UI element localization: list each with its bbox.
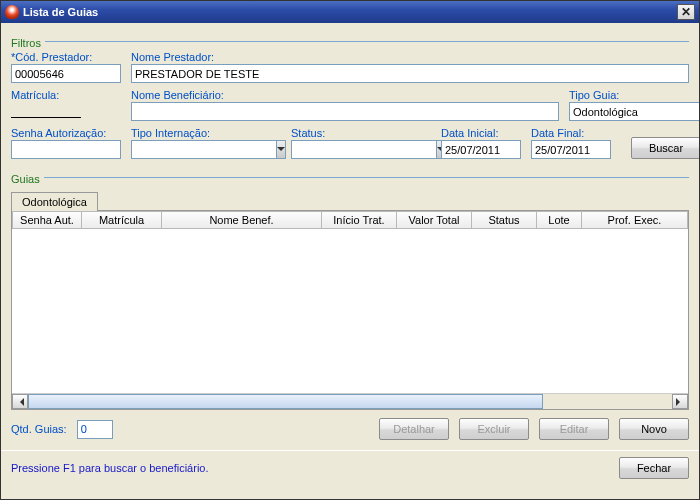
col-nome-benef[interactable]: Nome Benef. [162,211,322,229]
separator [1,450,699,451]
guias-legend: Guias [11,173,44,185]
status-hint: Pressione F1 para buscar o beneficiário. [11,462,209,474]
col-prof-exec[interactable]: Prof. Exec. [582,211,688,229]
scroll-right-icon[interactable] [672,394,688,409]
guias-grid: Senha Aut. Matrícula Nome Benef. Início … [11,210,689,410]
guias-group: Guias Odontológica Senha Aut. Matrícula … [11,167,689,440]
horizontal-scrollbar[interactable] [12,393,688,409]
title-bar: Lista de Guias ✕ [1,1,699,23]
nome-prestador-label: Nome Prestador: [131,51,689,63]
window-title: Lista de Guias [23,6,677,18]
buscar-button[interactable]: Buscar [631,137,700,159]
fechar-button[interactable]: Fechar [619,457,689,479]
col-matricula[interactable]: Matrícula [82,211,162,229]
tipo-guia-select[interactable] [569,102,689,121]
qtd-guias-label: Qtd. Guias: [11,423,67,435]
grid-body[interactable] [12,229,688,393]
editar-button[interactable]: Editar [539,418,609,440]
col-inicio-trat[interactable]: Início Trat. [322,211,397,229]
senha-aut-label: Senha Autorização: [11,127,121,139]
status-label: Status: [291,127,431,139]
cod-prestador-label: *Cód. Prestador: [11,51,121,63]
app-icon [5,5,19,19]
nome-benef-input[interactable] [131,102,559,121]
scroll-left-icon[interactable] [12,394,28,409]
matricula-label: Matrícula: [11,89,121,101]
tipo-intern-label: Tipo Internação: [131,127,281,139]
grid-header: Senha Aut. Matrícula Nome Benef. Início … [12,211,688,229]
filtros-group: Filtros *Cód. Prestador: Nome Prestador:… [11,31,689,159]
filtros-legend: Filtros [11,37,45,49]
col-lote[interactable]: Lote [537,211,582,229]
nome-prestador-input[interactable] [131,64,689,83]
close-icon[interactable]: ✕ [677,4,695,20]
nome-benef-label: Nome Beneficiário: [131,89,559,101]
cod-prestador-input[interactable] [11,64,121,83]
data-inicial-input[interactable] [441,140,521,159]
chevron-down-icon[interactable] [276,140,286,159]
novo-button[interactable]: Novo [619,418,689,440]
data-final-label: Data Final: [531,127,611,139]
data-final-input[interactable] [531,140,611,159]
col-status[interactable]: Status [472,211,537,229]
scroll-thumb[interactable] [28,394,543,409]
qtd-guias-value[interactable] [77,420,113,439]
col-senha-aut[interactable]: Senha Aut. [12,211,82,229]
tipo-guia-label: Tipo Guia: [569,89,689,101]
tipo-intern-select[interactable] [131,140,281,159]
data-inicial-label: Data Inicial: [441,127,521,139]
status-select[interactable] [291,140,431,159]
matricula-input[interactable] [11,102,81,118]
senha-aut-input[interactable] [11,140,121,159]
excluir-button[interactable]: Excluir [459,418,529,440]
detalhar-button[interactable]: Detalhar [379,418,449,440]
tab-odontologica[interactable]: Odontológica [11,192,98,211]
col-valor-total[interactable]: Valor Total [397,211,472,229]
